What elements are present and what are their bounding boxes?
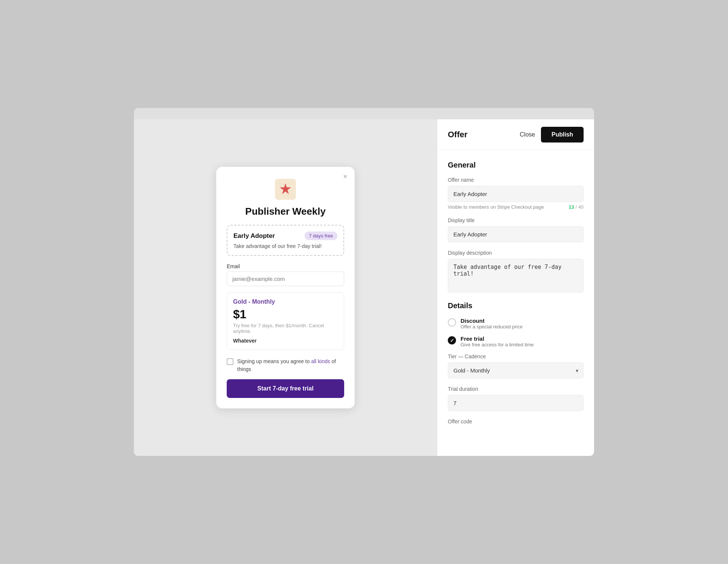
display-title-group: Display title — [448, 217, 584, 242]
discount-radio[interactable] — [448, 318, 456, 327]
plan-description: Try free for 7 days, then $1/month. Canc… — [233, 323, 338, 334]
display-description-group: Display description Take advantage of ou… — [448, 250, 584, 294]
offer-name-hint: Visible to members on Stripe Checkout pa… — [448, 204, 544, 210]
terms-checkbox[interactable] — [227, 358, 233, 365]
settings-actions: Close Publish — [520, 127, 584, 142]
email-label: Email — [227, 263, 344, 269]
terms-link[interactable]: all kinds — [311, 358, 330, 364]
settings-body: General Offer name Visible to members on… — [437, 150, 594, 456]
details-section-title: Details — [448, 301, 584, 310]
offer-name-label: Offer name — [448, 177, 474, 183]
plan-feature: Whatever — [233, 338, 338, 344]
app-window: × Publisher Weekly Early Adopter 7 days … — [134, 108, 594, 456]
offer-name-input[interactable] — [448, 186, 584, 202]
offer-name-label-row: Offer name — [448, 177, 584, 183]
offer-box: Early Adopter 7 days free Take advantage… — [227, 225, 344, 256]
free-trial-option[interactable]: ✓ Free trial Give free access for a limi… — [448, 335, 584, 347]
main-area: × Publisher Weekly Early Adopter 7 days … — [134, 119, 594, 456]
close-button[interactable]: Close — [520, 131, 535, 138]
plan-name: Gold - Monthly — [233, 298, 338, 305]
settings-panel: Offer Close Publish General Offer name — [437, 119, 594, 456]
offer-box-description: Take advantage of our free 7-day trial! — [233, 243, 337, 249]
offer-box-header: Early Adopter 7 days free — [233, 232, 337, 240]
free-trial-radio[interactable]: ✓ — [448, 336, 456, 344]
publisher-logo-star — [279, 183, 292, 196]
display-description-textarea[interactable]: Take advantage of our free 7-day trial! — [448, 259, 584, 292]
free-trial-label-wrap: Free trial Give free access for a limite… — [461, 335, 534, 347]
discount-label-wrap: Discount Offer a special reduced price — [461, 318, 523, 329]
modal-logo-wrapper — [227, 179, 344, 200]
plan-price: $1 — [233, 307, 338, 321]
discount-label: Discount — [461, 318, 523, 324]
char-count-current: 13 — [569, 204, 574, 210]
free-trial-desc: Give free access for a limited time — [461, 342, 534, 347]
offer-code-group: Offer code — [448, 419, 584, 424]
tier-cadence-select-wrapper: Gold - Monthly Silver - Monthly Bronze -… — [448, 362, 584, 378]
cta-button[interactable]: Start 7-day free trial — [227, 379, 344, 398]
offer-code-label: Offer code — [448, 419, 584, 424]
free-trial-label: Free trial — [461, 335, 534, 342]
discount-option[interactable]: Discount Offer a special reduced price — [448, 318, 584, 329]
char-count: 13 / 40 — [569, 204, 584, 210]
email-input[interactable] — [227, 272, 344, 286]
email-section: Email — [227, 263, 344, 286]
trial-duration-group: Trial duration — [448, 386, 584, 411]
char-count-max: 40 — [578, 204, 584, 210]
modal-close-button[interactable]: × — [343, 173, 347, 181]
char-count-separator: / — [574, 204, 578, 210]
free-trial-check-icon: ✓ — [450, 338, 454, 343]
preview-panel: × Publisher Weekly Early Adopter 7 days … — [134, 119, 437, 456]
modal-logo-icon — [275, 179, 296, 200]
terms-before: Signing up means you agree to — [237, 358, 311, 364]
offer-badge: 7 days free — [305, 232, 337, 240]
modal-card: × Publisher Weekly Early Adopter 7 days … — [216, 167, 355, 408]
svg-marker-0 — [280, 183, 291, 194]
display-description-label: Display description — [448, 250, 584, 256]
offer-box-name: Early Adopter — [233, 232, 275, 240]
general-section: General Offer name Visible to members on… — [448, 161, 584, 294]
display-title-input[interactable] — [448, 226, 584, 242]
trial-duration-input[interactable] — [448, 395, 584, 411]
modal-title: Publisher Weekly — [227, 206, 344, 217]
tier-cadence-select[interactable]: Gold - Monthly Silver - Monthly Bronze -… — [448, 362, 584, 378]
trial-duration-label: Trial duration — [448, 386, 584, 392]
offer-name-group: Offer name Visible to members on Stripe … — [448, 177, 584, 210]
terms-text: Signing up means you agree to all kinds … — [237, 358, 344, 373]
display-title-label: Display title — [448, 217, 584, 223]
top-bar — [134, 108, 594, 119]
general-section-title: General — [448, 161, 584, 169]
publish-button[interactable]: Publish — [541, 127, 584, 142]
plan-box: Gold - Monthly $1 Try free for 7 days, t… — [227, 292, 344, 350]
tier-cadence-label: Tier — Cadence — [448, 353, 584, 359]
discount-desc: Offer a special reduced price — [461, 324, 523, 329]
tier-cadence-group: Tier — Cadence Gold - Monthly Silver - M… — [448, 353, 584, 378]
settings-panel-title: Offer — [448, 130, 468, 140]
terms-row: Signing up means you agree to all kinds … — [227, 358, 344, 373]
details-section: Details Discount Offer a special reduced… — [448, 301, 584, 424]
settings-header: Offer Close Publish — [437, 119, 594, 150]
